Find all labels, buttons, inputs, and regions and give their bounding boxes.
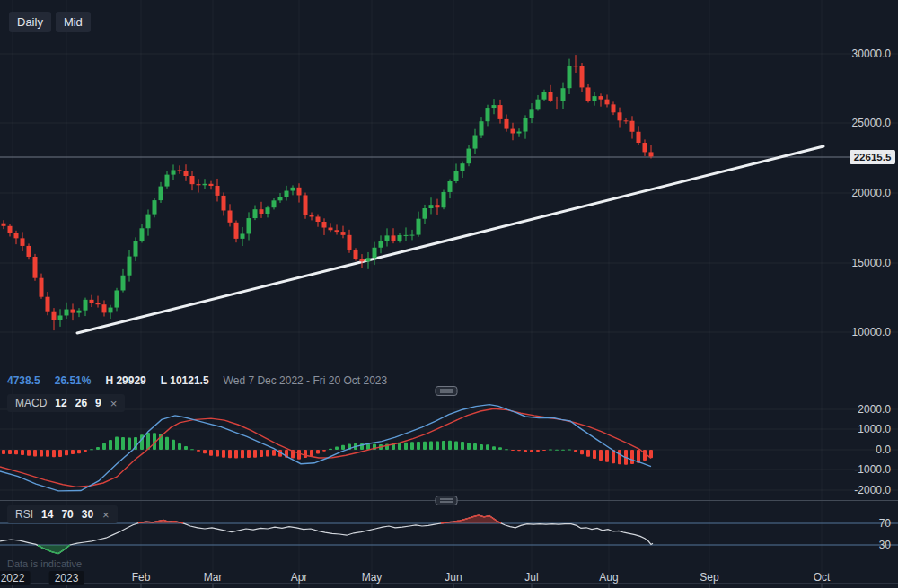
price-axis-label: 10000.0	[852, 326, 891, 338]
period-high: H 29929	[105, 374, 145, 387]
trendline-drawing[interactable]	[77, 146, 823, 333]
current-price-tag: 22615.5	[850, 150, 895, 164]
rsi-close-icon[interactable]: ×	[102, 509, 110, 521]
time-axis-label: Oct	[814, 571, 831, 584]
time-axis-label: Sep	[700, 571, 718, 584]
time-axis-label: Mar	[204, 571, 223, 584]
price-axis-label: 15000.0	[852, 257, 891, 269]
period-low: L 10121.5	[161, 374, 209, 387]
macd-axis-label: 2000.0	[858, 403, 891, 416]
rsi-param-lower: 30	[82, 508, 93, 521]
rsi-name: RSI	[15, 508, 33, 521]
macd-axis-label: -2000.0	[854, 484, 891, 496]
date-range: Wed 7 Dec 2022 - Fri 20 Oct 2023	[224, 374, 388, 387]
price-mid-button[interactable]: Mid	[56, 12, 91, 32]
time-axis-label: Jun	[445, 571, 462, 584]
price-axis-label: 20000.0	[852, 187, 891, 199]
price-axis-label: 25000.0	[852, 117, 891, 129]
timeframe-daily-button[interactable]: Daily	[9, 12, 51, 32]
time-axis-label: 2023	[49, 571, 84, 585]
timeframe-toolbar: Daily Mid	[9, 12, 91, 32]
rsi-panel-resize-handle[interactable]	[436, 496, 457, 505]
time-axis-label: Jul	[524, 571, 538, 584]
rsi-param-length: 14	[41, 508, 53, 521]
time-axis-label: Aug	[599, 571, 618, 584]
time-axis-label: Feb	[132, 571, 151, 584]
macd-close-icon[interactable]: ×	[110, 398, 118, 409]
data-indicative-note: Data is indicative	[7, 558, 82, 569]
price-axis[interactable]: 30000.025000.020000.015000.010000.02000.…	[835, 0, 898, 567]
trading-chart-app: Daily Mid 4738.5 26.51% H 29929 L 10121.…	[0, 0, 898, 588]
macd-name: MACD	[15, 397, 47, 409]
instrument-stats-bar: 4738.5 26.51% H 29929 L 10121.5 Wed 7 De…	[7, 374, 387, 387]
time-axis-label: Apr	[291, 571, 308, 584]
macd-series	[0, 405, 653, 491]
macd-axis-label: -1000.0	[854, 463, 891, 476]
rsi-level-label: 30	[879, 539, 891, 551]
time-axis-label: May	[362, 571, 383, 584]
macd-indicator-label[interactable]: MACD 12 26 9 ×	[7, 394, 125, 412]
chart-canvas[interactable]	[0, 0, 898, 588]
macd-panel-resize-handle[interactable]	[436, 387, 457, 396]
macd-param-signal: 9	[95, 397, 101, 409]
rsi-indicator-label[interactable]: RSI 14 70 30 ×	[7, 505, 118, 523]
change-percent: 26.51%	[55, 374, 92, 387]
time-axis[interactable]: 20222023FebMarAprMayJunJulAugSepOct	[0, 567, 898, 588]
macd-param-slow: 26	[75, 397, 87, 409]
time-axis-label: 2022	[0, 571, 30, 585]
rsi-level-label: 70	[879, 517, 891, 530]
change-value: 4738.5	[7, 374, 40, 387]
macd-axis-label: 1000.0	[858, 423, 891, 435]
rsi-param-upper: 70	[61, 508, 73, 521]
price-axis-label: 30000.0	[852, 48, 891, 60]
macd-axis-label: 0.0	[876, 443, 891, 456]
macd-param-fast: 12	[55, 397, 66, 409]
